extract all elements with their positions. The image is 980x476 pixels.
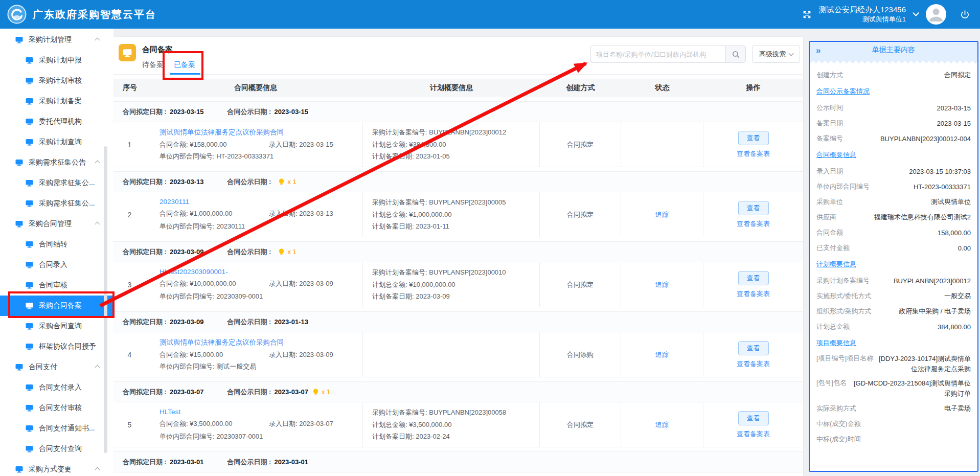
sidebar-item-plan-review[interactable]: 采购计划审核 [0,71,113,91]
monitor-icon [26,77,33,84]
monitor-icon [26,323,33,330]
fullscreen-icon[interactable] [803,10,811,19]
sidebar-item-contract-mgmt-group[interactable]: 采购合同管理 [0,214,113,234]
monitor-icon [26,261,33,268]
monitor-icon [26,98,33,105]
panel-section-plan-summary[interactable]: 计划概要信息 [816,256,971,273]
contract-name-link[interactable]: 测试舆情单位法律服务定点议价采购合同 [159,338,358,347]
sidebar-item-label: 采购合同备案 [39,301,82,310]
bulb-badge: x 1 [278,248,296,256]
sidebar-item-contract-carryover[interactable]: 合同结转 [0,234,113,255]
view-button[interactable]: 查看 [738,341,769,355]
row-seq: 4 [111,332,148,377]
tab-pending-filing[interactable]: 待备案 [142,60,164,70]
sidebar-item-demand-notice-group[interactable]: 采购需求征集公告 [0,152,113,173]
create-method: 合同添购 [540,332,621,377]
track-link[interactable]: 追踪 [655,210,669,219]
track-link[interactable]: 追踪 [655,280,669,289]
table-row: 2 20230111 合同金额: ¥1,000,000.00录入日期: 2023… [111,192,803,237]
internal-contract-no: 单位内部合同编号: 测试一般交易 [159,362,358,371]
panel-section-publish-filing[interactable]: 合同公示备案情况 [816,83,971,100]
sidebar-item-contract-query[interactable]: 采购合同查询 [0,316,113,336]
sidebar-item-demand-notice-1[interactable]: 采购需求征集公... [0,173,113,193]
sidebar-item-demand-notice-2[interactable]: 采购需求征集公... [0,193,113,214]
group-header: 合同拟定日期 :2023-03-15 合同公示日期 :2023-03-15 [111,102,803,122]
monitor-icon [26,302,33,309]
sidebar-item-contract-pay-group[interactable]: 合同支付 [0,357,113,377]
contract-amount: 合同金额: ¥15,000.00 [159,350,269,359]
sidebar-item-contract-filing[interactable]: 采购合同备案 [0,296,113,316]
sidebar-item-plan-filing[interactable]: 采购计划备案 [0,91,113,111]
panel-field: 组织形式/采购方式政府集中采购 / 电子卖场 [816,304,971,319]
sidebar-item-framework-award[interactable]: 框架协议合同授予 [0,336,113,357]
sidebar-scrollbar[interactable] [104,146,107,453]
panel-section-project-summary[interactable]: 项目概要信息 [816,334,971,352]
plan-filing-no: 采购计划备案编号: BUYPLANBN[2023]00058 [372,408,535,417]
view-button[interactable]: 查看 [738,201,769,215]
sidebar-item-plan-declare[interactable]: 采购计划申报 [0,50,113,71]
contract-name-link[interactable]: HLtest202303090001- [159,268,358,276]
col-seq: 序号 [111,83,148,93]
create-method: 合同拟定 [540,262,621,307]
monitor-icon [26,404,33,412]
monitor-icon [15,36,23,43]
sidebar-item-pay-query[interactable]: 合同支付查询 [0,439,113,459]
panel-field: 采购单位测试舆情单位 [816,194,971,210]
panel-field: 备案日期2023-03-15 [816,116,971,131]
sidebar-item-label: 采购计划管理 [29,35,72,44]
col-action: 操作 [703,83,803,93]
search-input[interactable] [590,46,725,63]
view-record-link[interactable]: 查看备案表 [737,289,770,299]
track-link[interactable]: 追踪 [655,350,669,359]
draft-date-value: 2023-03-15 [170,108,204,116]
power-icon[interactable] [960,10,970,19]
chevron-down-icon[interactable] [913,10,919,16]
user-menu[interactable]: 测试公安局经办人123456 测试舆情单位1 [819,4,906,24]
view-button[interactable]: 查看 [738,131,769,145]
top-bar: 广东政府采购智慧云平台 测试公安局经办人123456 测试舆情单位1 [0,0,980,29]
sidebar-item-purchase-plan-mgmt[interactable]: 采购计划管理 [0,30,113,50]
bulb-icon [312,389,319,396]
sidebar-item-pay-entry[interactable]: 合同支付录入 [0,377,113,398]
sidebar-item-label: 采购计划申报 [39,56,82,65]
contract-name-link[interactable]: 20230111 [159,198,358,206]
sidebar-item-plan-query[interactable]: 采购计划查询 [0,132,113,152]
view-button[interactable]: 查看 [738,271,769,285]
monitor-icon [26,343,33,350]
plan-filing-no: 采购计划备案编号: BUYPLANSP[2023]00005 [372,198,535,207]
contract-name-link[interactable]: HLTest [159,408,358,416]
entry-date: 录入日期: 2023-03-07 [269,419,358,428]
plan-total-amount: 计划总金额: ¥384,800.00 [372,140,535,149]
sidebar-item-contract-entry[interactable]: 合同录入 [0,255,113,275]
advanced-search-button[interactable]: 高级搜索 [752,46,800,63]
avatar[interactable] [926,4,946,25]
user-org: 测试舆情单位1 [819,15,906,24]
plan-filing-date: 计划备案日期: 2023-01-11 [372,222,535,231]
sidebar-item-agency[interactable]: 委托代理机构 [0,111,113,132]
contract-amount: 合同金额: ¥10,000,000.00 [159,279,269,288]
group-header: 合同拟定日期 :2023-03-01 合同公示日期 :2023-03-01 [111,452,803,472]
view-button[interactable]: 查看 [738,411,769,425]
draft-date-label: 合同拟定日期 : [123,458,167,467]
sidebar-item-pay-review[interactable]: 合同支付审核 [0,398,113,418]
sidebar-item-label: 框架协议合同授予 [39,342,96,351]
sidebar-item-contract-review[interactable]: 合同审核 [0,275,113,296]
chevron-up-icon [95,221,100,226]
view-record-link[interactable]: 查看备案表 [737,359,770,369]
view-record-link[interactable]: 查看备案表 [737,429,770,439]
search-button[interactable] [725,46,746,63]
entry-date: 录入日期: 2023-03-09 [269,350,358,359]
contract-name-link[interactable]: 测试舆情单位法律服务定点议价采购合同 [159,128,358,137]
view-record-link[interactable]: 查看备案表 [737,149,770,158]
track-link[interactable]: 追踪 [655,420,669,429]
sidebar-item-pay-notice[interactable]: 合同支付通知书... [0,418,113,439]
panel-section-contract-summary[interactable]: 合同概要信息 [816,146,971,164]
col-status: 状态 [621,83,703,93]
row-seq: 3 [111,262,148,307]
view-record-link[interactable]: 查看备案表 [737,219,770,229]
sidebar-item-method-change-group[interactable]: 采购方式变更 [0,459,113,476]
publish-date-value: 2023-03-01 [274,458,308,466]
sidebar-item-label: 合同审核 [39,281,67,290]
tab-filed[interactable]: 已备案 [174,60,195,70]
double-chevron-right-icon[interactable]: » [816,46,821,55]
